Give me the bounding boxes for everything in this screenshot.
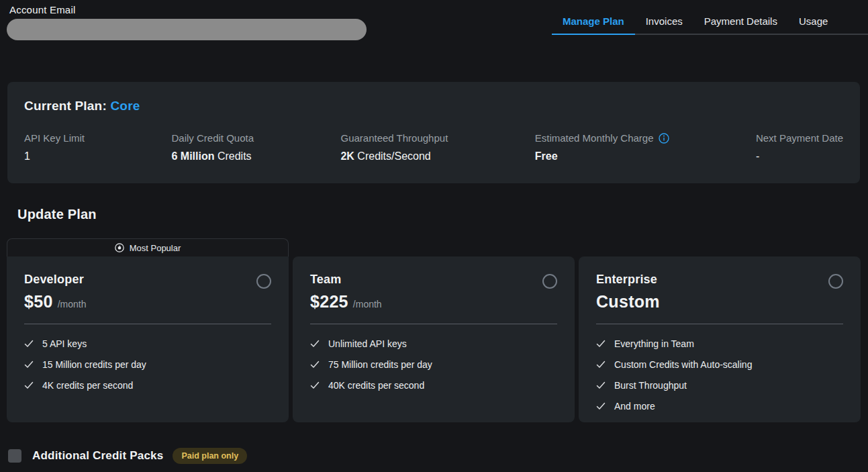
plan-cards-row: Most Popular Developer $50 /month 5 API …	[7, 238, 861, 422]
check-icon	[596, 339, 606, 348]
feature-text: Unlimited API keys	[328, 338, 407, 349]
most-popular-label: Most Popular	[130, 243, 181, 253]
credit-packs-checkbox[interactable]	[8, 449, 21, 463]
plan-body[interactable]: Team $225 /month Unlimited API keys 75 M…	[293, 256, 575, 422]
current-plan-stats: API Key Limit 1 Daily Credit Quota 6 Mil…	[24, 132, 843, 162]
current-plan-name: Core	[110, 99, 140, 113]
stat-value-strong: Free	[535, 150, 558, 162]
plan-radio[interactable]	[542, 274, 557, 289]
check-icon	[596, 402, 606, 411]
stat-value-text: -	[756, 150, 759, 162]
plan-card-team: Team $225 /month Unlimited API keys 75 M…	[293, 256, 575, 422]
update-plan-heading: Update Plan	[17, 207, 97, 222]
stat-value: Free	[535, 150, 669, 162]
stat-value-text: 1	[24, 150, 30, 162]
feature-item: Burst Throughput	[596, 380, 843, 391]
stat-value-text: Credits/Second	[354, 150, 431, 162]
info-icon[interactable]	[659, 133, 669, 144]
stat-value: 1	[24, 150, 85, 162]
feature-text: Burst Throughput	[614, 380, 687, 391]
feature-text: 40K credits per second	[328, 380, 424, 391]
feature-item: Everything in Team	[596, 338, 843, 349]
feature-item: And more	[596, 401, 843, 412]
plan-price: $225	[310, 292, 348, 312]
stat-label: Estimated Monthly Charge	[535, 132, 669, 144]
feature-item: 4K credits per second	[24, 380, 271, 391]
stat-label: Guaranteed Throughput	[340, 132, 448, 144]
account-email-input[interactable]	[7, 19, 367, 40]
stat-label-text: Estimated Monthly Charge	[535, 132, 654, 144]
check-icon	[596, 360, 606, 369]
feature-text: 75 Million credits per day	[328, 359, 432, 370]
additional-credit-packs-row: Additional Credit Packs Paid plan only	[8, 448, 247, 464]
stat-value-strong: 2K	[340, 150, 354, 162]
plan-price-row: $225 /month	[310, 292, 557, 312]
plan-period: /month	[353, 299, 382, 310]
stat-label: API Key Limit	[24, 132, 85, 144]
check-icon	[24, 339, 34, 348]
plan-body[interactable]: Developer $50 /month 5 API keys 15 Milli…	[7, 256, 289, 422]
feature-text: 4K credits per second	[42, 380, 133, 391]
plan-radio[interactable]	[828, 274, 843, 289]
tab-manage-plan[interactable]: Manage Plan	[552, 15, 635, 35]
current-plan-title: Current Plan: Core	[24, 99, 843, 113]
feature-item: 5 API keys	[24, 338, 271, 349]
check-icon	[596, 381, 606, 390]
stat-estimated-monthly-charge: Estimated Monthly Charge Free	[535, 132, 669, 162]
stat-value: 2K Credits/Second	[340, 150, 448, 162]
feature-item: 15 Million credits per day	[24, 359, 271, 370]
divider	[596, 324, 843, 324]
plan-name: Enterprise	[596, 273, 657, 287]
current-plan-card: Current Plan: Core API Key Limit 1 Daily…	[7, 82, 860, 183]
feature-item: 40K credits per second	[310, 380, 557, 391]
plan-card-enterprise: Enterprise Custom Everything in Team Cus	[579, 256, 861, 422]
plan-price-row: Custom	[596, 292, 843, 312]
check-icon	[24, 360, 34, 369]
feature-text: And more	[614, 401, 655, 412]
stat-daily-credit-quota: Daily Credit Quota 6 Million Credits	[171, 132, 254, 162]
feature-item: Unlimited API keys	[310, 338, 557, 349]
plan-body[interactable]: Enterprise Custom Everything in Team Cus	[579, 256, 861, 422]
stat-guaranteed-throughput: Guaranteed Throughput 2K Credits/Second	[340, 132, 448, 162]
check-icon	[24, 381, 34, 390]
feature-text: Custom Credits with Auto-scaling	[614, 359, 752, 370]
check-icon	[310, 339, 320, 348]
current-plan-title-prefix: Current Plan:	[24, 99, 110, 113]
account-email-label: Account Email	[9, 4, 75, 15]
stat-value-strong: 6 Million	[171, 150, 214, 162]
paid-plan-only-badge: Paid plan only	[173, 448, 247, 464]
feature-item: 75 Million credits per day	[310, 359, 557, 370]
feature-text: 5 API keys	[42, 338, 87, 349]
plan-price: $50	[24, 292, 53, 312]
plan-features: Unlimited API keys 75 Million credits pe…	[310, 338, 557, 391]
stat-value: -	[756, 150, 843, 162]
plan-name: Developer	[24, 273, 84, 287]
stat-label: Daily Credit Quota	[171, 132, 254, 144]
credit-packs-label: Additional Credit Packs	[32, 449, 163, 463]
divider	[24, 324, 271, 324]
billing-tabs: Manage Plan Invoices Payment Details Usa…	[552, 0, 868, 35]
most-popular-banner: Most Popular	[7, 238, 289, 256]
tab-payment-details[interactable]: Payment Details	[693, 15, 788, 34]
tab-usage[interactable]: Usage	[788, 15, 838, 34]
tab-invoices[interactable]: Invoices	[635, 15, 693, 34]
stat-next-payment-date: Next Payment Date -	[756, 132, 843, 162]
plan-features: Everything in Team Custom Credits with A…	[596, 338, 843, 412]
plan-price: Custom	[596, 292, 660, 312]
feature-text: 15 Million credits per day	[42, 359, 146, 370]
stat-value: 6 Million Credits	[171, 150, 254, 162]
feature-text: Everything in Team	[614, 338, 694, 349]
plan-features: 5 API keys 15 Million credits per day 4K…	[24, 338, 271, 391]
feature-item: Custom Credits with Auto-scaling	[596, 359, 843, 370]
plan-period: /month	[58, 299, 87, 310]
plan-card-developer: Most Popular Developer $50 /month 5 API …	[7, 238, 289, 422]
stat-value-text: Credits	[214, 150, 251, 162]
plan-price-row: $50 /month	[24, 292, 271, 312]
check-icon	[310, 381, 320, 390]
stat-label: Next Payment Date	[756, 132, 843, 144]
plan-name: Team	[310, 273, 342, 287]
check-icon	[310, 360, 320, 369]
stat-api-key-limit: API Key Limit 1	[24, 132, 85, 162]
plan-radio[interactable]	[256, 274, 271, 289]
divider	[310, 324, 557, 324]
